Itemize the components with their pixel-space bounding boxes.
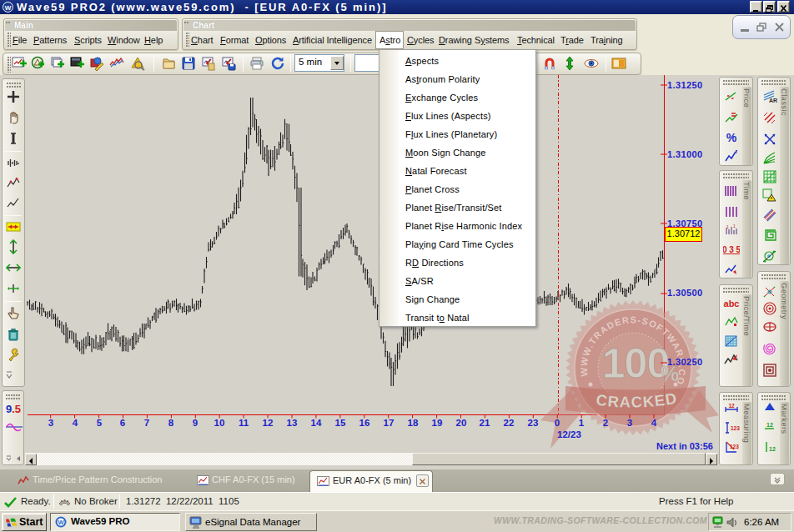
svg-text:123: 123 <box>730 444 739 449</box>
svg-text:%: % <box>726 131 737 144</box>
svg-text:123: 123 <box>731 425 740 431</box>
svg-text:1: 1 <box>726 224 729 229</box>
svg-text:100: 100 <box>602 340 669 387</box>
svg-text:12: 12 <box>769 446 776 452</box>
svg-text:12: 12 <box>728 403 735 409</box>
svg-text:abc: abc <box>724 299 740 309</box>
svg-text:AR: AR <box>769 98 777 103</box>
svg-text:1: 1 <box>733 223 736 228</box>
svg-text:0 3 5: 0 3 5 <box>723 245 740 254</box>
svg-text:12: 12 <box>766 422 773 428</box>
svg-text:W: W <box>58 519 64 526</box>
